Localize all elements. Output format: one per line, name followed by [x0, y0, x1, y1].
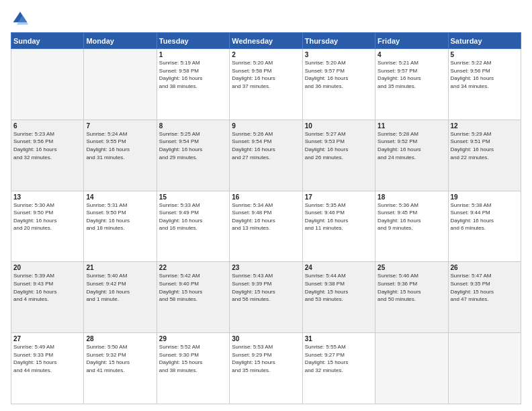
day-number: 5 — [451, 51, 519, 58]
day-info: Sunrise: 5:28 AM Sunset: 9:52 PM Dayligh… — [378, 130, 445, 161]
calendar-cell: 9Sunrise: 5:26 AM Sunset: 9:54 PM Daylig… — [230, 120, 302, 191]
calendar-cell: 20Sunrise: 5:39 AM Sunset: 9:43 PM Dayli… — [11, 262, 84, 333]
calendar-week-row: 27Sunrise: 5:49 AM Sunset: 9:33 PM Dayli… — [11, 333, 521, 404]
day-info: Sunrise: 5:31 AM Sunset: 9:50 PM Dayligh… — [86, 201, 154, 232]
day-number: 24 — [305, 264, 373, 271]
day-number: 17 — [305, 193, 373, 201]
calendar-cell: 19Sunrise: 5:38 AM Sunset: 9:44 PM Dayli… — [448, 191, 521, 262]
day-info: Sunrise: 5:34 AM Sunset: 9:48 PM Dayligh… — [232, 201, 300, 232]
day-info: Sunrise: 5:50 AM Sunset: 9:32 PM Dayligh… — [86, 343, 154, 374]
calendar-cell: 11Sunrise: 5:28 AM Sunset: 9:52 PM Dayli… — [375, 120, 448, 191]
day-number: 29 — [159, 335, 227, 342]
day-number: 19 — [451, 193, 519, 201]
day-info: Sunrise: 5:25 AM Sunset: 9:54 PM Dayligh… — [159, 130, 227, 161]
day-info: Sunrise: 5:22 AM Sunset: 9:56 PM Dayligh… — [451, 59, 519, 90]
day-number: 20 — [13, 264, 81, 271]
day-info: Sunrise: 5:53 AM Sunset: 9:29 PM Dayligh… — [232, 343, 300, 374]
calendar-cell: 29Sunrise: 5:52 AM Sunset: 9:30 PM Dayli… — [157, 333, 229, 404]
day-number: 12 — [451, 122, 519, 130]
day-number: 25 — [378, 264, 445, 271]
day-info: Sunrise: 5:30 AM Sunset: 9:50 PM Dayligh… — [13, 201, 81, 232]
day-info: Sunrise: 5:20 AM Sunset: 9:58 PM Dayligh… — [232, 59, 300, 90]
calendar-header-row: SundayMondayTuesdayWednesdayThursdayFrid… — [11, 33, 521, 49]
calendar-cell: 18Sunrise: 5:36 AM Sunset: 9:45 PM Dayli… — [375, 191, 448, 262]
calendar-cell: 14Sunrise: 5:31 AM Sunset: 9:50 PM Dayli… — [84, 191, 157, 262]
day-info: Sunrise: 5:40 AM Sunset: 9:42 PM Dayligh… — [86, 272, 154, 303]
day-info: Sunrise: 5:46 AM Sunset: 9:36 PM Dayligh… — [378, 272, 445, 303]
calendar-header-saturday: Saturday — [448, 33, 521, 49]
day-info: Sunrise: 5:52 AM Sunset: 9:30 PM Dayligh… — [159, 343, 227, 374]
day-number: 18 — [378, 193, 445, 201]
day-info: Sunrise: 5:23 AM Sunset: 9:56 PM Dayligh… — [13, 130, 81, 161]
calendar-cell: 27Sunrise: 5:49 AM Sunset: 9:33 PM Dayli… — [11, 333, 84, 404]
page: SundayMondayTuesdayWednesdayThursdayFrid… — [0, 0, 532, 411]
calendar-cell: 15Sunrise: 5:33 AM Sunset: 9:49 PM Dayli… — [157, 191, 229, 262]
day-info: Sunrise: 5:47 AM Sunset: 9:35 PM Dayligh… — [451, 272, 519, 303]
calendar-cell: 13Sunrise: 5:30 AM Sunset: 9:50 PM Dayli… — [11, 191, 84, 262]
calendar-cell: 28Sunrise: 5:50 AM Sunset: 9:32 PM Dayli… — [84, 333, 157, 404]
day-info: Sunrise: 5:26 AM Sunset: 9:54 PM Dayligh… — [232, 130, 300, 161]
day-number: 21 — [86, 264, 154, 271]
logo — [11, 9, 32, 28]
calendar-cell: 17Sunrise: 5:35 AM Sunset: 9:46 PM Dayli… — [302, 191, 375, 262]
day-number: 7 — [86, 122, 154, 130]
header — [11, 9, 521, 28]
day-number: 6 — [13, 122, 81, 130]
calendar-cell: 16Sunrise: 5:34 AM Sunset: 9:48 PM Dayli… — [230, 191, 302, 262]
day-info: Sunrise: 5:39 AM Sunset: 9:43 PM Dayligh… — [13, 272, 81, 303]
day-info: Sunrise: 5:20 AM Sunset: 9:57 PM Dayligh… — [305, 59, 373, 90]
calendar-week-row: 1Sunrise: 5:19 AM Sunset: 9:58 PM Daylig… — [11, 49, 521, 120]
day-number: 22 — [159, 264, 227, 271]
calendar-cell: 12Sunrise: 5:29 AM Sunset: 9:51 PM Dayli… — [448, 120, 521, 191]
calendar-week-row: 20Sunrise: 5:39 AM Sunset: 9:43 PM Dayli… — [11, 262, 521, 333]
calendar-header-wednesday: Wednesday — [230, 33, 302, 49]
day-info: Sunrise: 5:38 AM Sunset: 9:44 PM Dayligh… — [451, 201, 519, 232]
day-info: Sunrise: 5:55 AM Sunset: 9:27 PM Dayligh… — [305, 343, 373, 374]
calendar-cell: 4Sunrise: 5:21 AM Sunset: 9:57 PM Daylig… — [375, 49, 448, 120]
day-number: 14 — [86, 193, 154, 201]
calendar-cell — [84, 49, 157, 120]
calendar-cell: 10Sunrise: 5:27 AM Sunset: 9:53 PM Dayli… — [302, 120, 375, 191]
day-info: Sunrise: 5:44 AM Sunset: 9:38 PM Dayligh… — [305, 272, 373, 303]
calendar-cell: 31Sunrise: 5:55 AM Sunset: 9:27 PM Dayli… — [302, 333, 375, 404]
calendar-cell: 30Sunrise: 5:53 AM Sunset: 9:29 PM Dayli… — [230, 333, 302, 404]
calendar-week-row: 13Sunrise: 5:30 AM Sunset: 9:50 PM Dayli… — [11, 191, 521, 262]
day-number: 30 — [232, 335, 300, 342]
day-number: 28 — [86, 335, 154, 342]
day-number: 23 — [232, 264, 300, 271]
calendar-cell: 2Sunrise: 5:20 AM Sunset: 9:58 PM Daylig… — [230, 49, 302, 120]
day-number: 31 — [305, 335, 373, 342]
calendar-cell: 6Sunrise: 5:23 AM Sunset: 9:56 PM Daylig… — [11, 120, 84, 191]
calendar-cell: 22Sunrise: 5:42 AM Sunset: 9:40 PM Dayli… — [157, 262, 229, 333]
day-number: 9 — [232, 122, 300, 130]
day-info: Sunrise: 5:24 AM Sunset: 9:55 PM Dayligh… — [86, 130, 154, 161]
day-info: Sunrise: 5:49 AM Sunset: 9:33 PM Dayligh… — [13, 343, 81, 374]
calendar-cell: 26Sunrise: 5:47 AM Sunset: 9:35 PM Dayli… — [448, 262, 521, 333]
day-info: Sunrise: 5:29 AM Sunset: 9:51 PM Dayligh… — [451, 130, 519, 161]
calendar-cell — [375, 333, 448, 404]
day-info: Sunrise: 5:27 AM Sunset: 9:53 PM Dayligh… — [305, 130, 373, 161]
day-info: Sunrise: 5:36 AM Sunset: 9:45 PM Dayligh… — [378, 201, 445, 232]
day-number: 10 — [305, 122, 373, 130]
calendar-cell: 24Sunrise: 5:44 AM Sunset: 9:38 PM Dayli… — [302, 262, 375, 333]
day-number: 1 — [159, 51, 227, 58]
day-number: 3 — [305, 51, 373, 58]
day-number: 11 — [378, 122, 445, 130]
day-number: 4 — [378, 51, 445, 58]
calendar-cell: 23Sunrise: 5:43 AM Sunset: 9:39 PM Dayli… — [230, 262, 302, 333]
day-number: 15 — [159, 193, 227, 201]
calendar-header-tuesday: Tuesday — [157, 33, 229, 49]
day-number: 27 — [13, 335, 81, 342]
day-info: Sunrise: 5:42 AM Sunset: 9:40 PM Dayligh… — [159, 272, 227, 303]
calendar-cell: 7Sunrise: 5:24 AM Sunset: 9:55 PM Daylig… — [84, 120, 157, 191]
calendar-cell: 8Sunrise: 5:25 AM Sunset: 9:54 PM Daylig… — [157, 120, 229, 191]
day-info: Sunrise: 5:35 AM Sunset: 9:46 PM Dayligh… — [305, 201, 373, 232]
calendar-cell: 1Sunrise: 5:19 AM Sunset: 9:58 PM Daylig… — [157, 49, 229, 120]
calendar-header-sunday: Sunday — [11, 33, 84, 49]
calendar-cell: 5Sunrise: 5:22 AM Sunset: 9:56 PM Daylig… — [448, 49, 521, 120]
day-info: Sunrise: 5:21 AM Sunset: 9:57 PM Dayligh… — [378, 59, 445, 90]
calendar-cell: 3Sunrise: 5:20 AM Sunset: 9:57 PM Daylig… — [302, 49, 375, 120]
calendar-week-row: 6Sunrise: 5:23 AM Sunset: 9:56 PM Daylig… — [11, 120, 521, 191]
day-number: 8 — [159, 122, 227, 130]
calendar-header-friday: Friday — [375, 33, 448, 49]
